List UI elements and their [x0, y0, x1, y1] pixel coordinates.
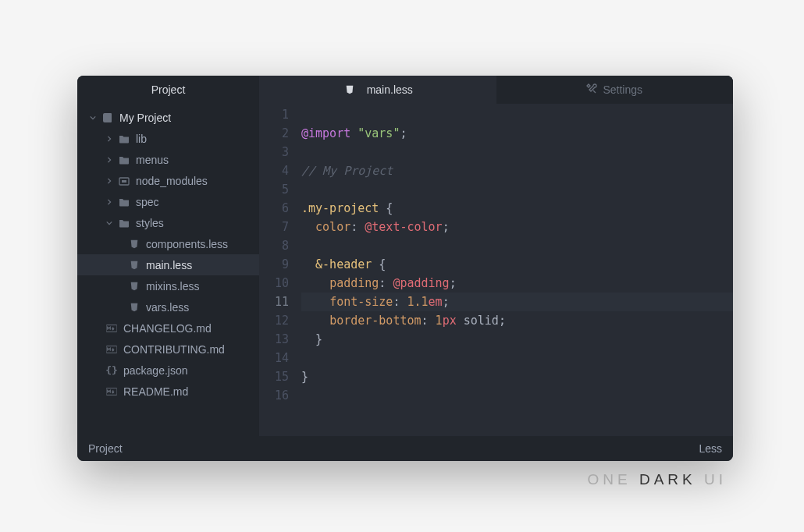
chevron-right-icon — [105, 199, 114, 205]
svg-rect-1 — [122, 180, 126, 183]
folder-icon — [117, 197, 131, 207]
markdown-file-icon — [105, 386, 119, 397]
status-bar: Project Less — [77, 436, 733, 461]
tree-file-vars-less[interactable]: vars.less — [77, 296, 259, 317]
code-area[interactable]: @import "vars"; // My Project .my-projec… — [301, 105, 733, 436]
tree-folder-spec[interactable]: spec — [77, 191, 259, 212]
code-line-11[interactable]: font-size: 1.1em; — [301, 293, 733, 311]
tree-file-package-json[interactable]: {} package.json — [77, 360, 259, 381]
tree-file-changelog[interactable]: CHANGELOG.md — [77, 317, 259, 339]
file-label: CONTRIBUTING.md — [123, 343, 225, 356]
tree-file-mixins-less[interactable]: mixins.less — [77, 275, 259, 296]
file-label: main.less — [146, 259, 192, 271]
sidebar-header: Project — [77, 76, 259, 104]
chevron-down-icon — [88, 115, 98, 121]
code-line-9[interactable]: &-header { — [301, 255, 733, 274]
code-line-15[interactable]: } — [301, 367, 733, 386]
tab-settings[interactable]: Settings — [496, 76, 734, 104]
tab-bar: main.less Settings — [259, 76, 733, 104]
code-line-13[interactable]: } — [301, 330, 733, 349]
tree-folder-lib[interactable]: lib — [77, 128, 259, 149]
folder-label: spec — [136, 196, 159, 208]
code-line-8[interactable] — [301, 236, 733, 255]
folder-icon — [117, 218, 131, 229]
chevron-right-icon — [105, 136, 114, 142]
tab-label: main.less — [367, 83, 413, 96]
tree-root-label: My Project — [119, 112, 171, 124]
editor-window: Project My Project lib menus — [77, 76, 733, 461]
tree-root[interactable]: My Project — [77, 107, 259, 128]
file-label: mixins.less — [146, 280, 199, 293]
tree-file-contributing[interactable]: CONTRIBUTING.md — [77, 339, 259, 360]
folder-label: styles — [136, 217, 164, 229]
repo-icon — [101, 112, 115, 123]
editor-body[interactable]: 12345678910111213141516 @import "vars"; … — [259, 104, 733, 436]
branding-text: ONE DARK UI — [587, 471, 727, 488]
markdown-file-icon — [105, 323, 119, 334]
code-line-1[interactable] — [301, 105, 733, 124]
less-file-icon — [127, 281, 141, 292]
chevron-right-icon — [105, 178, 114, 184]
file-label: CHANGELOG.md — [123, 322, 212, 335]
markdown-file-icon — [105, 344, 119, 355]
less-file-icon — [127, 239, 141, 250]
chevron-down-icon — [105, 220, 114, 226]
chevron-right-icon — [105, 157, 114, 163]
tree-folder-menus[interactable]: menus — [77, 149, 259, 170]
less-file-icon — [127, 302, 141, 313]
code-line-5[interactable] — [301, 180, 733, 199]
code-line-3[interactable] — [301, 143, 733, 161]
tree-file-components-less[interactable]: components.less — [77, 233, 259, 254]
tools-icon — [586, 83, 597, 97]
line-gutter: 12345678910111213141516 — [259, 105, 301, 436]
folder-icon — [117, 154, 131, 165]
submodule-icon — [117, 176, 131, 186]
folder-label: menus — [136, 154, 169, 166]
code-line-16[interactable] — [301, 386, 733, 405]
code-line-7[interactable]: color: @text-color; — [301, 218, 733, 236]
code-line-2[interactable]: @import "vars"; — [301, 124, 733, 143]
code-line-4[interactable]: // My Project — [301, 161, 733, 180]
less-file-icon — [343, 84, 357, 95]
less-file-icon — [127, 260, 141, 271]
tab-main-less[interactable]: main.less — [259, 76, 496, 104]
code-line-12[interactable]: border-bottom: 1px solid; — [301, 311, 733, 330]
sidebar: Project My Project lib menus — [77, 76, 259, 436]
file-label: components.less — [146, 238, 228, 250]
tree-file-main-less[interactable]: main.less — [77, 254, 259, 275]
code-line-14[interactable] — [301, 349, 733, 367]
file-label: vars.less — [146, 301, 189, 314]
tree-folder-node-modules[interactable]: node_modules — [77, 170, 259, 191]
tab-label: Settings — [603, 83, 642, 96]
folder-icon — [117, 133, 131, 144]
file-label: package.json — [123, 364, 188, 377]
code-line-10[interactable]: padding: @padding; — [301, 274, 733, 293]
folder-label: lib — [136, 133, 147, 145]
editor-panel: main.less Settings 123456789101112131415… — [259, 76, 733, 436]
folder-label: node_modules — [136, 175, 208, 187]
main-area: Project My Project lib menus — [77, 76, 733, 436]
status-right[interactable]: Less — [699, 442, 722, 455]
tree-file-readme[interactable]: README.md — [77, 381, 259, 402]
file-tree: My Project lib menus node_modules — [77, 104, 259, 402]
status-left[interactable]: Project — [88, 442, 123, 455]
tree-folder-styles[interactable]: styles — [77, 212, 259, 233]
code-line-6[interactable]: .my-project { — [301, 199, 733, 218]
file-label: README.md — [123, 385, 188, 398]
json-file-icon: {} — [105, 365, 119, 376]
